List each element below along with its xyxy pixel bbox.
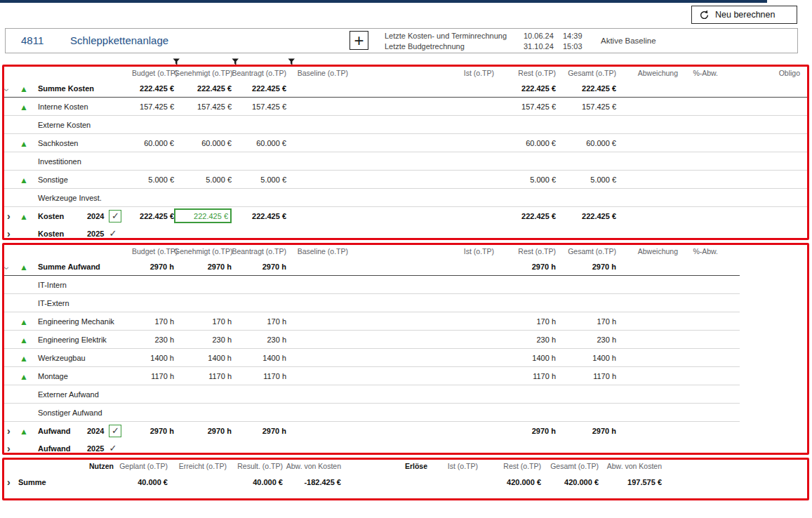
plus-icon[interactable]: +: [350, 31, 368, 50]
gesamt-cell: 2970 h: [556, 427, 616, 435]
genehmigt-edit-value[interactable]: 222.425 €: [174, 208, 232, 223]
abw-von-kosten-cell: -182.425 €: [283, 478, 341, 486]
table-row[interactable]: Externe Kosten: [4, 116, 807, 134]
col-result: Result. (o.TP): [227, 462, 283, 470]
kosten-section: Budget (o.TP) Genehmigt (o.TP) Beantragt…: [2, 65, 809, 240]
year-label: 2024: [87, 427, 104, 435]
table-row[interactable]: › Summe 40.000 € 40.000 € -182.425 € 420…: [4, 472, 807, 492]
calc-time: 14:39: [563, 31, 594, 41]
year-label: 2025: [87, 444, 104, 453]
triangle-up-icon: ▲: [18, 210, 38, 223]
kosten-header-row: Budget (o.TP) Genehmigt (o.TP) Beantragt…: [4, 67, 807, 79]
triangle-up-icon: ▲: [18, 425, 38, 437]
table-row[interactable]: Sonstiger Aufwand: [4, 404, 740, 422]
calculation-info: Letzte Kosten- und Terminrechnung 10.06.…: [385, 31, 594, 52]
row-label: Montage: [38, 372, 87, 380]
col-pabw: %-Abw.: [678, 69, 718, 77]
budget-cell: 222.425 €: [132, 84, 174, 93]
row-label: Werkzeuge Invest.: [38, 194, 87, 202]
table-row[interactable]: › ▲ Kosten 2024 ✓ 222.425 € 222.425 € 22…: [4, 207, 807, 225]
beantragt-cell: 170 h: [232, 317, 286, 326]
rest-cell: 420.000 €: [478, 478, 541, 486]
table-row[interactable]: ▲ Interne Kosten 157.425 € 157.425 € 157…: [4, 98, 807, 116]
table-row[interactable]: › ▲ Aufwand 2024 ✓ 2970 h 2970 h 2970 h …: [4, 422, 740, 439]
table-row[interactable]: ▲ Engineering Elektrik 230 h 230 h 230 h…: [4, 331, 740, 349]
calc-time: 15:03: [563, 41, 594, 52]
col-nutzen: Nutzen: [86, 462, 114, 470]
chevron-right-icon[interactable]: ›: [4, 476, 18, 489]
triangle-up-icon: ▲: [18, 370, 38, 383]
triangle-up-icon: ▲: [18, 333, 38, 346]
budget-cell: 222.425 €: [132, 212, 174, 220]
genehmigt-cell: 2970 h: [174, 427, 232, 435]
checkbox-checked[interactable]: ✓: [109, 210, 121, 223]
col-geplant: Geplant (o.TP): [114, 462, 168, 470]
table-row[interactable]: IT-Intern: [4, 276, 740, 294]
chevron-right-icon[interactable]: ›: [4, 425, 18, 437]
col-abw-von-kosten: Abw. von Kosten: [283, 462, 341, 470]
table-row[interactable]: ▲ Engineering Mechanik 170 h 170 h 170 h…: [4, 312, 740, 331]
row-label: Sonstiger Aufwand: [38, 409, 87, 417]
row-label: Externer Aufwand: [38, 390, 87, 399]
row-label: Aufwand: [38, 427, 87, 435]
gesamt-cell: 1170 h: [556, 372, 616, 380]
table-row[interactable]: Werkzeuge Invest.: [4, 189, 807, 207]
chevron-right-icon[interactable]: ›: [4, 210, 18, 223]
year-cell: 2025 ✓: [87, 228, 132, 239]
table-row[interactable]: Investitionen: [4, 152, 807, 171]
table-row[interactable]: Externer Aufwand: [4, 385, 740, 404]
beantragt-cell: 222.425 €: [232, 212, 286, 220]
triangle-up-icon: ▲: [18, 173, 38, 186]
table-row[interactable]: ▲ Sachkosten 60.000 € 60.000 € 60.000 € …: [4, 134, 807, 152]
beantragt-cell: 2970 h: [232, 263, 286, 271]
table-row[interactable]: ▲ Sonstige 5.000 € 5.000 € 5.000 € 5.000…: [4, 171, 807, 189]
gesamt-cell: 60.000 €: [556, 139, 616, 147]
genehmigt-cell: 222.425 €: [174, 84, 232, 93]
col-erloese: Erlöse: [341, 462, 427, 470]
genehmigt-cell: 170 h: [174, 317, 232, 326]
table-row[interactable]: ▲ Montage 1170 h 1170 h 1170 h 1170 h 11…: [4, 367, 740, 385]
geplant-cell: 40.000 €: [114, 478, 168, 486]
col-obligo: Obligo: [718, 69, 807, 77]
col-rest: Rest (o.TP): [494, 69, 556, 77]
aufwand-header-row: Budget (o.TP) Genehmigt (o.TP) Beantragt…: [4, 245, 740, 258]
row-label: Engineering Elektrik: [38, 336, 87, 344]
triangle-up-icon: ▲: [18, 260, 38, 273]
recalculate-button[interactable]: Neu berechnen: [691, 6, 797, 24]
rest-cell: 170 h: [494, 317, 556, 326]
row-label: Investitionen: [38, 157, 87, 166]
chevron-down-icon[interactable]: ›: [4, 82, 18, 95]
triangle-up-icon: ▲: [18, 82, 38, 95]
col-gesamt: Gesamt (o.TP): [541, 462, 599, 470]
table-row[interactable]: › Aufwand 2025 ✓: [4, 439, 740, 457]
budget-cell: 230 h: [132, 336, 174, 344]
triangle-up-icon: ▲: [18, 315, 38, 328]
project-id: 4811: [21, 34, 44, 46]
checkbox-checked[interactable]: ✓: [109, 425, 121, 437]
check-icon[interactable]: ✓: [109, 228, 117, 239]
beantragt-cell: 1400 h: [232, 354, 286, 362]
check-icon[interactable]: ✓: [109, 443, 117, 453]
chevron-right-icon[interactable]: ›: [4, 442, 18, 455]
genehmigt-edit-cell[interactable]: 222.425 €: [174, 208, 232, 223]
table-row[interactable]: › ▲ Summe Kosten 222.425 € 222.425 € 222…: [4, 79, 807, 98]
gesamt-cell: 222.425 €: [556, 84, 616, 93]
table-row[interactable]: › ▲ Summe Aufwand 2970 h 2970 h 2970 h 2…: [4, 258, 740, 276]
project-header: 4811 Schleppkettenanlage + Letzte Kosten…: [5, 28, 798, 53]
beantragt-cell: 157.425 €: [232, 102, 286, 111]
chevron-down-icon[interactable]: ›: [4, 260, 18, 273]
table-row[interactable]: IT-Extern: [4, 294, 740, 312]
table-row[interactable]: ▲ Werkzeugbau 1400 h 1400 h 1400 h 1400 …: [4, 349, 740, 367]
col-gesamt: Gesamt (o.TP): [556, 69, 616, 77]
row-label: IT-Intern: [38, 281, 87, 289]
col-budget: Budget (o.TP): [132, 247, 174, 255]
gesamt-cell: 222.425 €: [556, 212, 616, 220]
result-cell: 40.000 €: [227, 478, 283, 486]
row-label: Summe: [18, 478, 86, 486]
table-row[interactable]: › Kosten 2025 ✓: [4, 225, 807, 242]
summe-header-row: Nutzen Geplant (o.TP) Erreicht (o.TP) Re…: [4, 460, 807, 472]
genehmigt-cell: 157.425 €: [174, 102, 232, 111]
chevron-right-icon[interactable]: ›: [4, 227, 18, 240]
col-rest: Rest (o.TP): [478, 462, 541, 470]
row-label: Sachkosten: [38, 139, 87, 147]
